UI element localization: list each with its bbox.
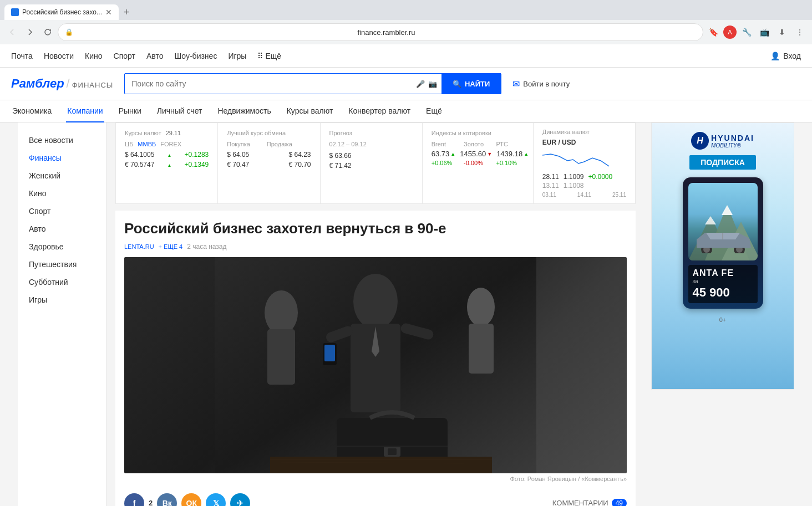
comments-section[interactable]: КОММЕНТАРИИ 49 [552,499,627,506]
ad-price-prefix: за [693,278,753,284]
mainnav-eshche[interactable]: Ещё [425,100,443,122]
active-tab[interactable]: Российский бизнес захо... ✕ [4,4,119,20]
svg-point-3 [467,288,495,326]
url-input[interactable] [77,28,696,37]
mic-icon: 🎤 [416,80,425,88]
eur-arrow [168,161,172,168]
tab-favicon [11,8,19,16]
nav-link-pochta[interactable]: Почта [11,52,33,60]
ad-model-text: ANTA FE [693,268,753,278]
sidebar-item-finances[interactable]: Финансы [18,149,106,167]
article-meta: LENTA.RU + ЕЩЁ 4 2 часа назад [124,243,627,251]
logo-rambler-text: Рамблер [11,76,64,91]
signin-button[interactable]: 👤 Вход [770,52,801,60]
search-button[interactable]: 🔍 НАЙТИ [441,73,501,94]
mainnav-rynki[interactable]: Рынки [118,100,143,122]
tab-close-button[interactable]: ✕ [105,8,112,17]
new-tab-button[interactable]: + [119,4,134,20]
facebook-share-button[interactable]: f [124,493,144,506]
currencies-block: Курсы валют 29.11 ЦБ ММВБ FOREX $ 64.100… [116,123,218,203]
sidebar-item-saturday[interactable]: Субботний [18,273,106,291]
logo-finances-text: ФИНАНСЫ [72,81,114,89]
svg-rect-11 [324,345,335,361]
sidebar-item-travel[interactable]: Путешествия [18,255,106,273]
date-28: 28.11 [542,173,559,181]
tab-forex[interactable]: FOREX [160,141,181,147]
logo-slash: / [67,76,70,91]
nav-link-igry[interactable]: Игры [228,52,246,60]
sidebar-item-health[interactable]: Здоровье [18,238,106,255]
mainnav-ekonomika[interactable]: Экономика [11,100,53,122]
sidebar-item-women[interactable]: Женский [18,167,106,185]
buy-label: Покупка [227,141,250,147]
mainnav-konverter[interactable]: Конвертер валют [347,100,412,122]
forecast-usd-row: $ 63.66 [329,152,413,160]
svg-rect-14 [388,448,397,455]
nav-link-avto[interactable]: Авто [146,52,164,60]
svg-point-1 [265,290,298,335]
value-1008: 1.1008 [564,182,584,190]
mainnav-nedvizhimost[interactable]: Недвижимость [216,100,272,122]
brent-change: +0.06% [432,160,459,166]
svg-marker-23 [722,205,733,215]
gold-change: -0.00% [464,160,491,166]
exchange-eur-row: € 70.47 € 70.70 [227,161,311,168]
extensions-button[interactable]: 🔧 [739,24,754,40]
nav-link-kino[interactable]: Кино [85,52,103,60]
cast-button[interactable]: 📺 [757,24,772,40]
grid-icon: ⠿ [257,52,263,60]
forecast-block: Прогноз 02.12 – 09.12 $ 63.66 € 71.42 [321,123,423,203]
mainnav-kompanii[interactable]: Компании [66,100,104,122]
lock-icon: 🔒 [65,28,73,36]
ok-share-button[interactable]: ОК [181,493,201,506]
svg-marker-22 [705,216,716,224]
tab-cb[interactable]: ЦБ [125,141,133,147]
svg-rect-2 [267,329,295,385]
mail-button[interactable]: ✉ Войти в почту [512,79,570,89]
twitter-share-button[interactable]: 𝕏 [206,493,226,506]
user-icon: 👤 [770,52,780,60]
back-button[interactable] [4,24,20,40]
currencies-title: Курсы валют 29.11 [125,130,209,136]
usd-sell: $ 64.23 [288,151,311,159]
nav-more-button[interactable]: ⠿ Ещё [257,52,281,60]
nav-link-showbiz[interactable]: Шоу-бизнес [174,52,217,60]
article-source-extra[interactable]: + ЕЩЁ 4 [159,243,183,250]
article-time: 2 часа назад [187,243,226,251]
site-header: Рамблер / ФИНАНСЫ 🎤 📷 🔍 НАЙТИ ✉ Войти в … [0,68,812,100]
nav-link-novosti[interactable]: Новости [44,52,74,60]
dynamics-block: Динамика валют EUR / USD 28.11 1.1009 +0… [534,123,635,203]
forecast-eur-row: € 71.42 [329,162,413,170]
sidebar-item-games[interactable]: Игры [18,291,106,309]
address-bar[interactable]: 🔒 [58,23,703,41]
menu-button[interactable]: ⋮ [792,24,808,40]
tab-mmbb[interactable]: ММВБ [138,141,156,147]
mainnav-kursy[interactable]: Курсы валют [286,100,334,122]
bookmark-button[interactable]: 🔖 [706,24,721,40]
ad-logo-area: H HYUNDAI MOBILITY® [691,132,754,150]
mainnav-lichnyi[interactable]: Личный счет [156,100,204,122]
forward-button[interactable] [22,24,38,40]
sidebar-item-avto[interactable]: Авто [18,220,106,238]
sidebar-item-all-news[interactable]: Все новости [18,131,106,149]
telegram-share-button[interactable]: ✈ [230,493,250,506]
sidebar-item-kino[interactable]: Кино [18,185,106,202]
vk-share-button[interactable]: Вк [157,493,177,506]
car-image [691,228,755,255]
usd-value: $ 64.1005 [125,151,154,159]
top-nav-links: Почта Новости Кино Спорт Авто Шоу-бизнес… [11,52,281,60]
phone-screen [688,183,758,260]
main-navigation: Экономика Компании Рынки Личный счет Нед… [0,100,812,122]
nav-link-sport[interactable]: Спорт [114,52,135,60]
download-button[interactable]: ⬇ [774,24,790,40]
sidebar-item-sport[interactable]: Спорт [18,202,106,220]
profile-button[interactable]: А [723,25,737,39]
search-container: 🎤 📷 🔍 НАЙТИ [124,73,501,94]
logo-link[interactable]: Рамблер / ФИНАНСЫ [11,76,113,91]
article-source[interactable]: LENTA.RU [124,243,154,250]
change-0000: +0.0000 [588,173,612,181]
exchange-title: Лучший курс обмена [227,130,311,136]
search-input[interactable] [125,79,412,88]
reload-button[interactable] [40,24,55,40]
article-image [124,257,627,473]
